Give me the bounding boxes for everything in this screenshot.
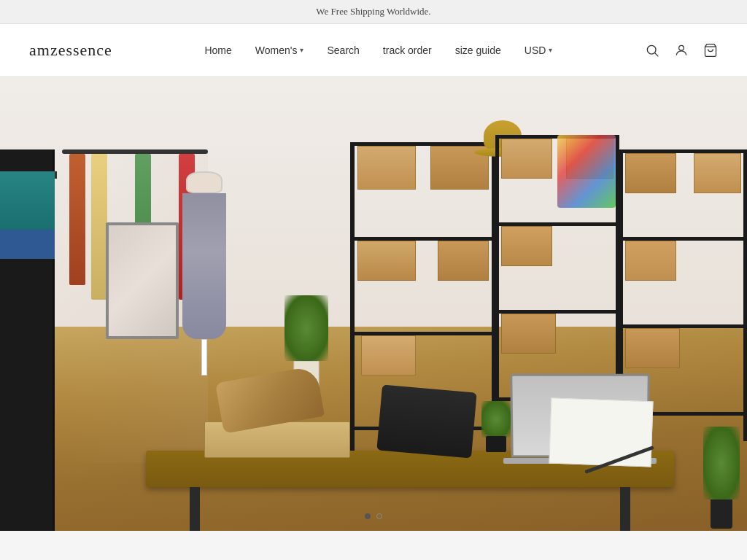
announcement-text: We Free Shipping Worldwide.: [316, 6, 430, 17]
nav-womens[interactable]: Women's ▾: [255, 44, 304, 56]
nav-track-order[interactable]: track order: [383, 44, 432, 56]
clothing-blue: [0, 230, 55, 259]
svg-point-2: [679, 45, 684, 50]
carousel-dot-2[interactable]: [376, 513, 382, 519]
announcement-bar: We Free Shipping Worldwide.: [0, 0, 747, 24]
clothing-teal: [0, 171, 55, 230]
tablet: [376, 385, 476, 459]
plant-left-leaves: [285, 295, 328, 361]
svg-line-1: [655, 52, 659, 56]
logo[interactable]: amzessence: [29, 41, 112, 60]
currency-label: USD: [525, 44, 546, 56]
header-icons: [645, 43, 718, 58]
right-plant: [703, 427, 740, 529]
mannequin-hat: [186, 171, 222, 193]
carousel-dots: [365, 513, 382, 519]
cloth-2: [91, 154, 107, 300]
table-plant: [481, 401, 511, 452]
nav-home[interactable]: Home: [204, 44, 231, 56]
carousel-dot-1[interactable]: [365, 513, 371, 519]
cart-icon[interactable]: [703, 43, 718, 58]
search-icon[interactable]: [645, 43, 659, 58]
svg-point-0: [647, 45, 656, 54]
nav-size-guide[interactable]: size guide: [455, 44, 501, 56]
cloth-1: [69, 154, 85, 285]
site-header: amzessence Home Women's ▾ Search track o…: [0, 24, 747, 77]
mannequin-dress: [182, 193, 226, 339]
account-icon[interactable]: [674, 43, 689, 58]
nav-search[interactable]: Search: [327, 44, 359, 56]
currency-chevron-icon: ▾: [549, 46, 552, 54]
nav-womens-label: Women's: [255, 44, 298, 56]
notebook: [549, 398, 653, 467]
hero-section: [0, 77, 747, 531]
clothing-rack-bar: [55, 171, 57, 179]
mannequin: [175, 171, 233, 376]
main-nav: Home Women's ▾ Search track order size g…: [204, 44, 552, 56]
currency-selector[interactable]: USD ▾: [525, 44, 553, 56]
mannequin-stand: [201, 339, 207, 376]
chevron-down-icon: ▾: [300, 46, 303, 54]
mirror: [106, 222, 179, 339]
